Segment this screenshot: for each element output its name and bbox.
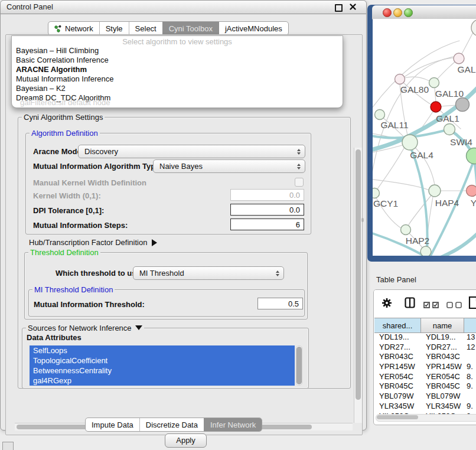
network-node-gal11[interactable]	[375, 110, 385, 120]
table-cell[interactable]: 9.	[464, 381, 476, 392]
network-node-gcy1[interactable]	[373, 188, 380, 198]
table-horizontal-scrollbar[interactable]	[376, 414, 476, 422]
table-cell[interactable]: YER054C	[421, 372, 464, 382]
table-cell[interactable]: YBR043C	[421, 352, 464, 362]
control-panel-titlebar[interactable]: Control Panel	[1, 1, 366, 14]
mi-threshold-field[interactable]	[257, 298, 303, 309]
table-row[interactable]: YDR27...YDR27...12	[374, 343, 476, 353]
network-canvas[interactable]: GALGAL80GAL10GAL1GAL11SWI4GAL4GCY1HAP4YH…	[373, 19, 476, 256]
table-row[interactable]: YPR145WYPR145W9.	[374, 362, 476, 372]
table-cell[interactable]	[464, 352, 476, 362]
table-cell[interactable]: YLR345W	[421, 402, 464, 412]
tab-infer-network[interactable]: Infer Network	[204, 418, 262, 431]
collapsed-panel-icon[interactable]	[2, 442, 14, 450]
split-columns-icon[interactable]	[405, 297, 415, 311]
table-cell[interactable]: 12	[464, 343, 476, 353]
table-cell[interactable]: YDL19...	[374, 332, 421, 343]
table-cell[interactable]: YER054C	[374, 372, 421, 382]
dpi-tolerance-field[interactable]	[230, 204, 304, 216]
table-cell[interactable]: YBL079W	[374, 392, 421, 402]
network-node-hap4[interactable]	[429, 185, 441, 197]
table-row[interactable]: YBL079WYBL079W	[374, 392, 476, 402]
table-row[interactable]: YBR043CYBR043C	[374, 352, 476, 362]
network-node-swi4[interactable]	[444, 124, 455, 135]
gear-icon[interactable]	[382, 298, 392, 311]
tab-discretize-data[interactable]: Discretize Data	[139, 418, 204, 431]
tab-impute-data[interactable]: Impute Data	[86, 418, 139, 431]
close-icon[interactable]	[349, 3, 357, 11]
network-node[interactable]	[467, 148, 476, 164]
table-cell[interactable]: YPR145W	[421, 362, 464, 372]
network-node-gal4[interactable]	[402, 135, 418, 150]
network-node[interactable]	[456, 98, 470, 112]
network-edge[interactable]	[462, 31, 474, 54]
network-window-titlebar[interactable]	[372, 5, 476, 19]
settings-vertical-scrollbar[interactable]	[354, 148, 362, 423]
attribute-item-betweennesscentrality[interactable]: BetweennessCentrality	[30, 366, 295, 376]
tab-style[interactable]: Style	[99, 22, 129, 35]
network-node-y[interactable]	[467, 185, 476, 197]
attribute-item-topologicalcoefficient[interactable]: TopologicalCoefficient	[30, 356, 295, 366]
table-cell[interactable]: YBL079W	[421, 392, 464, 402]
zoom-traffic-light-icon[interactable]	[404, 8, 413, 17]
table-row[interactable]: YER054CYER054C8.	[374, 372, 476, 382]
network-edge[interactable]	[438, 62, 455, 79]
algorithm-item-basic-correlation-inference[interactable]: Basic Correlation Inference	[14, 56, 340, 65]
split-pane-gripper[interactable]	[361, 218, 364, 222]
aracne-mode-combobox[interactable]: Discovery	[78, 145, 305, 158]
attribute-item-selfloops[interactable]: SelfLoops	[30, 345, 295, 356]
table-cell[interactable]: YLR345W	[374, 402, 421, 412]
network-edge[interactable]	[441, 105, 456, 106]
tab-network[interactable]: Network	[48, 22, 99, 35]
table-cell[interactable]: 9.	[464, 402, 476, 412]
table-cell[interactable]: YBR043C	[374, 352, 421, 362]
attribute-item-gal4rgexp[interactable]: gal4RGexp	[30, 376, 295, 386]
table-row[interactable]: YBR045CYBR045C9.	[374, 381, 476, 392]
table-cell[interactable]: YBR045C	[421, 381, 464, 392]
minimize-traffic-light-icon[interactable]	[393, 8, 402, 17]
kernel-width-field[interactable]	[230, 189, 304, 201]
which-threshold-combobox[interactable]: MI Threshold	[133, 266, 284, 280]
column-header-shared[interactable]: shared...	[374, 318, 421, 332]
table-cell[interactable]: 8.	[464, 372, 476, 382]
table-cell[interactable]	[464, 392, 476, 402]
expand-right-icon[interactable]	[152, 239, 157, 246]
tab-jactivemnodules[interactable]: jActiveMNodules	[219, 22, 288, 35]
table-cell[interactable]: YDR27...	[374, 343, 421, 353]
collapse-down-icon[interactable]	[135, 325, 142, 330]
algorithm-item-bayesian-k2[interactable]: Bayesian – K2	[14, 84, 340, 93]
table-row[interactable]: YLR345WYLR345W9.	[374, 402, 476, 412]
network-node[interactable]	[471, 19, 476, 36]
attributes-list-scrollbar[interactable]	[296, 345, 302, 386]
column-header-a[interactable]: A	[464, 318, 476, 332]
deselect-all-checkboxes-icon[interactable]	[446, 300, 463, 311]
table-cell[interactable]: 9.	[464, 362, 476, 372]
table-cell[interactable]: YDR27...	[421, 343, 464, 353]
hub-definition-expander[interactable]: Hub/Transcription Factor Definition	[29, 238, 157, 247]
network-node[interactable]	[420, 246, 431, 256]
network-node-gal1[interactable]	[431, 102, 441, 112]
network-node-gal80[interactable]	[395, 74, 405, 84]
mi-steps-field[interactable]	[230, 219, 304, 230]
table-row[interactable]: YDL19...YDL19...13	[374, 332, 476, 343]
network-edge[interactable]	[405, 58, 454, 77]
network-edge[interactable]	[405, 77, 429, 81]
table-cell[interactable]: YDL19...	[421, 332, 464, 343]
network-node-gal[interactable]	[454, 53, 464, 64]
column-header-name[interactable]: name	[421, 318, 464, 332]
apply-button[interactable]: Apply	[165, 433, 207, 448]
select-all-checkboxes-icon[interactable]	[423, 300, 440, 311]
tab-cyni-toolbox[interactable]: Cyni Toolbox	[162, 22, 219, 35]
mi-type-combobox[interactable]: Naive Bayes	[153, 159, 305, 173]
tab-select[interactable]: Select	[129, 22, 162, 35]
network-edge-weighted[interactable]	[439, 233, 476, 256]
float-window-icon[interactable]	[335, 4, 343, 12]
table-cell[interactable]: 13	[464, 332, 476, 343]
manual-kernel-checkbox[interactable]	[295, 178, 304, 187]
table-cell[interactable]: YPR145W	[374, 362, 421, 372]
network-node-hap2[interactable]	[401, 225, 411, 235]
algorithm-item-mutual-information-inference[interactable]: Mutual Information Inference	[14, 74, 340, 84]
algorithm-item-aracne-algorithm[interactable]: ARACNE Algorithm	[14, 65, 340, 74]
table-cell[interactable]: YBR045C	[374, 381, 421, 392]
network-node-gal10[interactable]	[429, 78, 439, 88]
